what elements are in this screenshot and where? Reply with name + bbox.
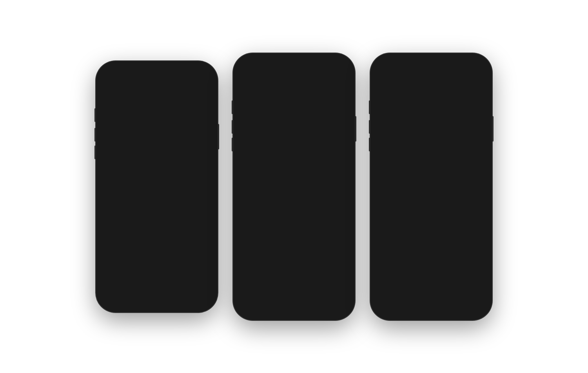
wifi-icon: WiFi bbox=[192, 71, 201, 75]
like-nav-icon[interactable]: ♡ bbox=[310, 258, 318, 269]
dropdown-button[interactable]: ∨ bbox=[470, 137, 482, 149]
igtv-label: IGTV bbox=[253, 91, 264, 97]
category-tv[interactable]: TV & Movies bbox=[341, 89, 350, 99]
phone3-time: 9:41 bbox=[383, 63, 392, 68]
phone2-wrapper: 9:41 ▪▪▪ WiFi ▓ 🔍 Search 📺 IGTV � bbox=[233, 53, 355, 320]
save-draft-button[interactable]: Save as Draft bbox=[101, 231, 213, 244]
phone3-bottom-nav: ⌂ ⊙ ⊞ ♡ ◯ bbox=[375, 238, 487, 253]
cover-thumbnail[interactable]: Cover bbox=[106, 115, 130, 144]
search-nav-icon-3[interactable]: ⊙ bbox=[403, 242, 410, 252]
comics-label: Comics bbox=[320, 91, 336, 97]
also-share-row: Also Share to Feed ✓ bbox=[101, 184, 213, 204]
wifi-icon: WiFi bbox=[330, 63, 338, 67]
like-nav-icon-3[interactable]: ♡ bbox=[447, 242, 455, 252]
reels-in-explore-header: ▶ Share to Reels in Explore bbox=[107, 155, 207, 164]
categories-row: 📺 IGTV 🛍 Shop Style Comics TV & Movies bbox=[238, 88, 350, 101]
add-nav-icon-3[interactable]: ⊞ bbox=[425, 242, 432, 252]
tagged-tab-icon[interactable]: 👤 bbox=[468, 157, 477, 166]
followers-label: Followers bbox=[435, 103, 453, 108]
profile-cell-2[interactable]: ▶ 37.3K bbox=[413, 170, 450, 203]
phone3-status-icons: ▪▪▪ WiFi ▓ bbox=[461, 63, 479, 67]
action-buttons: Follow Message ∨ bbox=[375, 136, 487, 153]
phone2-time: 9:41 bbox=[246, 63, 255, 68]
phone2-status-bar: 9:41 ▪▪▪ WiFi ▓ bbox=[238, 58, 350, 71]
phones-container: 9:41 ▪▪▪ WiFi ▓ ‹ Share to Reels Story bbox=[0, 45, 588, 328]
igtv-tab-icon[interactable]: 📺 bbox=[438, 157, 448, 166]
phone1-wrapper: 9:41 ▪▪▪ WiFi ▓ ‹ Share to Reels Story bbox=[96, 61, 218, 312]
reels-icon: ▶ bbox=[107, 155, 116, 164]
more-options-button[interactable]: ••• bbox=[474, 74, 482, 83]
reels-tab[interactable]: Reels bbox=[101, 95, 157, 110]
category-shop[interactable]: 🛍 Shop bbox=[270, 89, 294, 99]
tv-label: TV & Movies bbox=[345, 91, 350, 97]
reels-badge-icon: ▶ bbox=[242, 208, 249, 215]
follow-button[interactable]: Follow bbox=[381, 138, 423, 149]
style-label: Style bbox=[300, 91, 310, 97]
share-title: Share to bbox=[145, 84, 169, 90]
add-nav-icon[interactable]: ⊞ bbox=[288, 258, 295, 269]
home-nav-icon[interactable]: ⌂ bbox=[245, 258, 250, 269]
profile-cell-5[interactable] bbox=[413, 204, 450, 237]
explore-grid-cell-3[interactable] bbox=[313, 219, 350, 254]
phone2-bottom-nav: ⌂ ⊙ ⊞ ♡ ◯ bbox=[238, 255, 350, 270]
profile-nav-icon[interactable]: ◯ bbox=[333, 258, 343, 269]
caption-input[interactable] bbox=[134, 115, 207, 122]
share-to-reels-desc: Your reel may appear in Explore and can … bbox=[107, 166, 207, 179]
phone1-status-bar: 9:41 ▪▪▪ WiFi ▓ bbox=[101, 66, 213, 79]
avatar bbox=[381, 89, 407, 115]
share-button[interactable]: Share bbox=[107, 212, 207, 228]
message-button[interactable]: Message bbox=[425, 137, 468, 149]
profile-grid: ▶ 30.2K ▶ 37.3K bbox=[375, 170, 487, 237]
explore-grid-cell-1[interactable] bbox=[238, 219, 275, 254]
phone3-status-bar: 9:41 ▪▪▪ WiFi ▓ bbox=[375, 58, 487, 71]
signal-icon: ▪▪▪ bbox=[324, 63, 328, 67]
profile-nav-icon-3[interactable]: ◯ bbox=[470, 242, 480, 252]
followed-by-text: Followed by bbox=[381, 127, 408, 133]
home-nav-icon-3[interactable]: ⌂ bbox=[383, 242, 388, 252]
search-placeholder: Search bbox=[256, 76, 273, 83]
profile-cell-1[interactable]: ▶ 30.2K bbox=[375, 170, 412, 203]
followed-by-users: kenzoere and eloears bbox=[409, 127, 457, 133]
profile-cell-4[interactable] bbox=[375, 204, 412, 237]
also-share-label: Also Share to Feed bbox=[107, 191, 154, 198]
avatar-container bbox=[381, 88, 408, 116]
share-nav-header: ‹ Share to bbox=[101, 79, 213, 95]
battery-icon: ▓ bbox=[477, 63, 479, 67]
profile-header-bar: ‹ trevorbell ••• bbox=[375, 71, 487, 85]
profile-username: trevorbell bbox=[415, 75, 442, 82]
view-count-3: ▶ 45K bbox=[452, 197, 463, 202]
also-share-checkbox[interactable]: ✓ bbox=[198, 190, 207, 199]
caption-area: Cover bbox=[101, 110, 213, 149]
phone2-status-icons: ▪▪▪ WiFi ▓ bbox=[324, 63, 342, 67]
category-comics[interactable]: Comics bbox=[316, 89, 339, 99]
home-indicator-3 bbox=[448, 253, 487, 254]
category-style[interactable]: Style bbox=[296, 89, 314, 99]
search-bar[interactable]: 🔍 Search bbox=[243, 74, 345, 86]
home-indicator bbox=[137, 304, 176, 305]
explore-grid-cell-2[interactable] bbox=[276, 219, 312, 254]
battery-icon: ▓ bbox=[339, 63, 342, 67]
followers-stat: 226k Followers bbox=[435, 95, 453, 109]
following-stat: 2,943 Following bbox=[459, 95, 477, 109]
igtv-icon: 📺 bbox=[245, 91, 251, 97]
category-igtv[interactable]: 📺 IGTV bbox=[242, 89, 267, 99]
back-button[interactable]: ‹ bbox=[107, 82, 110, 91]
profile-cell-3[interactable]: ▶ 45K bbox=[450, 170, 487, 203]
search-nav-icon[interactable]: ⊙ bbox=[266, 258, 273, 269]
wifi-icon: WiFi bbox=[467, 63, 475, 67]
followers-count: 226k bbox=[435, 95, 453, 102]
grid-tab-icon[interactable]: ⊞ bbox=[385, 157, 392, 166]
story-tab[interactable]: Story bbox=[157, 95, 213, 110]
view-count-1: ▶ 30.2K bbox=[377, 197, 391, 202]
profile-cell-6[interactable] bbox=[450, 204, 487, 237]
signal-icon: ▪▪▪ bbox=[461, 63, 465, 67]
profile-back-button[interactable]: ‹ bbox=[381, 74, 383, 83]
following-label: Following bbox=[459, 103, 477, 108]
stats-row: 1,081 Posts 226k Followers 2,943 Followi… bbox=[414, 95, 477, 109]
following-count: 2,943 bbox=[459, 95, 477, 102]
posts-stat: 1,081 Posts bbox=[414, 95, 429, 109]
search-icon: 🔍 bbox=[247, 76, 254, 82]
phone3-wrapper: 9:41 ▪▪▪ WiFi ▓ ‹ trevorbell ••• bbox=[370, 53, 492, 320]
explore-grid bbox=[238, 219, 350, 254]
reels-tab-icon[interactable]: ▶ bbox=[412, 157, 418, 166]
